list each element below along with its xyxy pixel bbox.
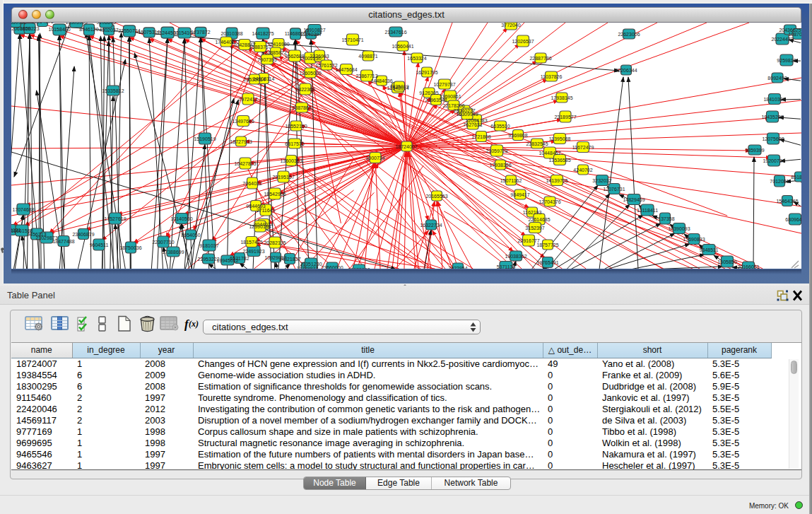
svg-text:17690833: 17690833 (683, 237, 705, 242)
svg-text:1737872: 1737872 (191, 30, 210, 35)
svg-text:8620223: 8620223 (20, 26, 39, 31)
svg-text:8518005: 8518005 (791, 175, 810, 180)
svg-text:17527619: 17527619 (104, 216, 126, 221)
svg-text:9106848: 9106848 (96, 20, 115, 25)
svg-text:23867713: 23867713 (355, 74, 377, 78)
svg-text:9369808: 9369808 (508, 133, 527, 138)
svg-text:3152397: 3152397 (525, 226, 544, 230)
svg-text:15710471: 15710471 (341, 37, 363, 42)
svg-text:(x): (x) (189, 319, 199, 329)
svg-text:15761572: 15761572 (315, 63, 337, 68)
svg-text:15309949: 15309949 (456, 112, 478, 117)
svg-text:23535014: 23535014 (243, 77, 265, 82)
svg-text:11395088: 11395088 (549, 136, 571, 141)
svg-text:12605000: 12605000 (299, 71, 321, 76)
svg-text:9604511: 9604511 (90, 243, 109, 247)
svg-text:10435289: 10435289 (761, 115, 783, 119)
svg-text:20282135: 20282135 (264, 240, 286, 245)
svg-text:15464365: 15464365 (776, 199, 798, 204)
svg-text:12416980: 12416980 (267, 42, 289, 47)
svg-text:13885872: 13885872 (264, 50, 286, 55)
svg-text:14475684: 14475684 (335, 67, 357, 72)
svg-text:14829459: 14829459 (623, 197, 645, 202)
svg-text:1721808: 1721808 (471, 134, 490, 139)
svg-text:16291795: 16291795 (416, 70, 437, 75)
svg-text:18724007: 18724007 (395, 144, 417, 149)
svg-text:16322734: 16322734 (420, 223, 442, 228)
svg-text:14418275: 14418275 (252, 31, 273, 36)
svg-text:3232032: 3232032 (592, 178, 611, 183)
svg-text:10560441: 10560441 (392, 44, 413, 49)
svg-text:21059728: 21059728 (486, 148, 507, 153)
svg-text:6817575: 6817575 (285, 141, 304, 146)
svg-text:5387865: 5387865 (292, 105, 311, 110)
svg-text:20166051: 20166051 (737, 264, 759, 269)
svg-text:17074688: 17074688 (12, 207, 34, 212)
svg-text:7935019: 7935019 (389, 84, 408, 89)
svg-text:22614685: 22614685 (528, 217, 550, 222)
svg-text:10427825: 10427825 (234, 161, 256, 166)
svg-text:20310388: 20310388 (220, 31, 242, 36)
svg-text:14321837: 14321837 (278, 257, 300, 262)
svg-text:1162193: 1162193 (523, 210, 542, 215)
svg-text:5371130: 5371130 (497, 264, 516, 269)
svg-text:10140560: 10140560 (170, 216, 192, 221)
svg-text:10279787: 10279787 (433, 82, 455, 87)
svg-text:20165563: 20165563 (425, 194, 447, 199)
svg-text:11037826: 11037826 (541, 74, 563, 79)
svg-text:19038362: 19038362 (505, 254, 526, 259)
svg-text:15071162: 15071162 (500, 178, 522, 183)
svg-text:18727933: 18727933 (230, 139, 252, 144)
svg-text:15190519: 15190519 (194, 136, 216, 141)
svg-text:7064032: 7064032 (242, 181, 261, 186)
svg-text:7012081: 7012081 (770, 179, 789, 184)
svg-text:15335812: 15335812 (102, 88, 124, 93)
svg-text:18750036: 18750036 (119, 245, 141, 250)
svg-text:9359399: 9359399 (745, 148, 764, 153)
svg-text:6521782: 6521782 (230, 256, 249, 261)
svg-text:22307710: 22307710 (152, 240, 174, 245)
svg-text:17938145: 17938145 (551, 95, 572, 100)
svg-text:18157425: 18157425 (240, 240, 262, 245)
svg-text:12990194: 12990194 (249, 224, 271, 229)
svg-text:19200724: 19200724 (763, 158, 784, 163)
svg-text:1653324: 1653324 (407, 56, 426, 61)
svg-text:6809648: 6809648 (785, 217, 804, 222)
svg-text:18552150: 18552150 (285, 124, 307, 129)
svg-text:13303905: 13303905 (65, 20, 87, 25)
svg-text:22491923: 22491923 (242, 249, 264, 254)
svg-text:11840397: 11840397 (300, 32, 322, 37)
svg-text:9181037: 9181037 (199, 243, 218, 248)
svg-text:20351230: 20351230 (300, 262, 322, 267)
svg-text:20224473: 20224473 (771, 37, 793, 42)
svg-text:4302037: 4302037 (99, 28, 118, 33)
svg-text:19390093: 19390093 (668, 226, 690, 231)
svg-text:23406879: 23406879 (72, 232, 94, 237)
svg-text:9849417: 9849417 (510, 192, 529, 197)
svg-text:7627631: 7627631 (463, 122, 482, 127)
svg-text:12075608: 12075608 (762, 136, 784, 141)
svg-text:14139705: 14139705 (546, 178, 567, 183)
svg-text:13536585: 13536585 (548, 158, 570, 163)
svg-text:4240702: 4240702 (573, 168, 592, 173)
svg-text:12704376: 12704376 (539, 199, 560, 204)
svg-text:7422368: 7422368 (295, 87, 314, 92)
svg-text:9126305: 9126305 (419, 90, 438, 95)
svg-text:13497646: 13497646 (232, 119, 254, 124)
svg-text:22623006: 22623006 (618, 32, 640, 37)
svg-text:13910827: 13910827 (303, 28, 325, 33)
svg-text:21347616: 21347616 (384, 30, 406, 35)
svg-text:18757725: 18757725 (536, 243, 558, 247)
svg-text:18542956: 18542956 (264, 192, 286, 197)
svg-text:19765491: 19765491 (536, 260, 558, 265)
svg-text:4098871: 4098871 (358, 54, 377, 59)
svg-text:12076731: 12076731 (603, 187, 625, 192)
svg-text:10448457: 10448457 (539, 151, 560, 156)
svg-text:3772040: 3772040 (501, 23, 520, 28)
svg-text:18410307: 18410307 (763, 97, 785, 102)
svg-text:17938386: 17938386 (489, 163, 511, 168)
svg-text:8092492: 8092492 (767, 76, 787, 81)
svg-text:7972412: 7972412 (238, 97, 257, 102)
svg-text:7137358: 7137358 (655, 216, 674, 221)
svg-text:13118411: 13118411 (637, 208, 658, 213)
